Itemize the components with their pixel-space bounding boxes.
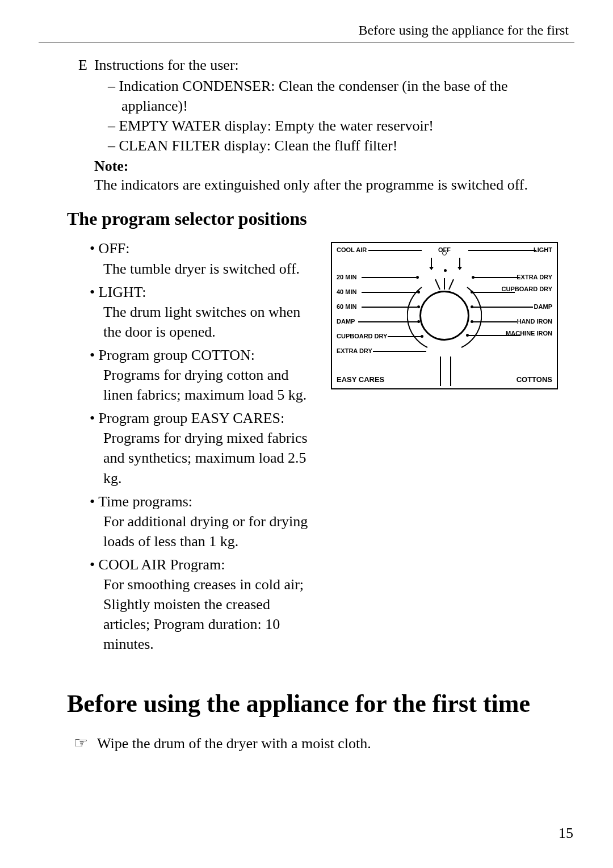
dial-label-cottons: COTTONS [517, 375, 552, 384]
instruction-item: EMPTY WATER display: Empty the water res… [108, 116, 574, 136]
divider-line [450, 357, 451, 386]
dial-label: 20 MIN [337, 274, 356, 280]
dial-label-coolair: COOL AIR [337, 246, 367, 253]
dial-label: EXTRA DRY [337, 347, 372, 354]
note-text: The indicators are extinguished only aft… [94, 175, 574, 195]
item-head: Time programs: [98, 493, 192, 510]
dial-label: HAND IRON [517, 318, 552, 325]
item-body: Programs for drying mixed fabrics and sy… [103, 428, 320, 488]
arrow-down-icon [431, 258, 432, 268]
program-selector-heading: The program selector positions [67, 208, 574, 229]
dial-label: DAMP [337, 318, 355, 325]
dial-label: CUPBOARD DRY [337, 333, 387, 339]
dial-off-marker [442, 251, 447, 255]
running-header: Before using the appliance for the first [39, 23, 574, 38]
leader-line [368, 250, 422, 251]
item-body: Programs for drying cotton and linen fab… [103, 365, 320, 405]
arrow-down-icon [459, 258, 460, 268]
pointing-hand-icon: ☞ [74, 735, 88, 751]
item-head: LIGHT: [99, 284, 146, 300]
first-use-step: ☞ Wipe the drum of the dryer with a mois… [74, 735, 574, 752]
page-number: 15 [559, 825, 573, 842]
item-head: Program group COTTON: [99, 347, 255, 363]
dial-label-easycares: EASY CARES [337, 375, 384, 384]
item-body: The tumble dryer is switched off. [103, 259, 320, 279]
svg-line-1 [435, 279, 440, 290]
item-head: OFF: [99, 240, 130, 257]
dial-label: 60 MIN [337, 303, 356, 310]
list-item: Time programs:For additional drying or f… [90, 492, 320, 551]
dial-label: EXTRA DRY [517, 274, 552, 280]
program-selector-list: OFF:The tumble dryer is switched off. LI… [90, 238, 320, 657]
item-head: COOL AIR Program: [99, 556, 225, 573]
header-rule [39, 43, 574, 43]
first-use-heading: Before using the appliance for the first… [67, 689, 574, 718]
program-dial-diagram: COOL AIR OFF LIGHT 20 MIN 40 MIN 60 MIN … [331, 242, 558, 389]
item-body: For smoothing creases in cold air; Sligh… [103, 575, 320, 654]
divider-line [440, 357, 441, 386]
list-item: OFF:The tumble dryer is switched off. [90, 238, 320, 278]
list-item: Program group EASY CARES:Programs for dr… [90, 408, 320, 488]
dial-label: 40 MIN [337, 288, 356, 295]
list-item: Program group COTTON:Programs for drying… [90, 345, 320, 405]
section-e-marker: E [78, 57, 87, 195]
item-head: Program group EASY CARES: [99, 410, 285, 426]
instruction-item: Indication CONDENSER: Clean the condense… [108, 76, 574, 116]
item-body: The drum light switches on when the door… [103, 302, 320, 342]
instruction-item: CLEAN FILTER display: Clean the fluff fi… [108, 136, 574, 156]
note-label: Note: [94, 158, 574, 175]
dial-label: CUPBOARD DRY [502, 286, 552, 292]
dial-arc [407, 278, 482, 353]
section-e: E Instructions for the user: Indication … [78, 57, 574, 195]
dial-dot [444, 269, 447, 272]
instructions-title: Instructions for the user: [94, 57, 574, 74]
list-item: COOL AIR Program:For smoothing creases i… [90, 555, 320, 654]
svg-line-2 [449, 279, 454, 290]
item-body: For additional drying or for drying load… [103, 511, 320, 551]
first-use-text: Wipe the drum of the dryer with a moist … [97, 735, 371, 752]
leader-line [468, 250, 536, 251]
instruction-list: Indication CONDENSER: Clean the condense… [94, 76, 574, 156]
dial-label: DAMP [534, 303, 552, 310]
list-item: LIGHT:The drum light switches on when th… [90, 282, 320, 342]
